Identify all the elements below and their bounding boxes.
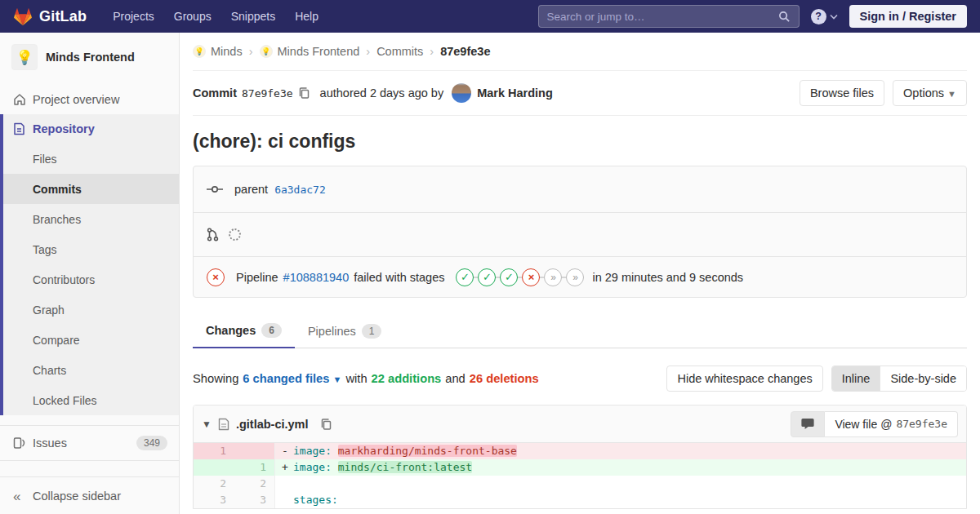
breadcrumb-separator: ›	[366, 45, 370, 58]
copy-sha-button[interactable]	[293, 86, 315, 100]
parent-label: parent	[234, 183, 268, 196]
commit-node-icon	[207, 184, 223, 195]
parent-sha-link[interactable]: 6a3dac72	[274, 184, 326, 196]
options-dropdown-button[interactable]: Options ▼	[893, 80, 967, 106]
showing-label: Showing	[193, 372, 238, 385]
tab-pipelines[interactable]: Pipelines 1	[295, 314, 395, 348]
changed-files-dropdown[interactable]: 6 changed files ▼	[243, 372, 341, 385]
sidebar-item-contributors[interactable]: Contributors	[3, 264, 179, 295]
diff-file-header: ▼ .gitlab-ci.yml	[194, 405, 966, 443]
diff-content: 1 -image: markharding/minds-front-base 1…	[194, 443, 966, 508]
commit-info-box: parent 6a3dac72 × Pipeline #108881940	[193, 166, 967, 298]
document-icon	[13, 122, 26, 135]
sidebar-item-graph[interactable]: Graph	[3, 295, 179, 325]
sidebar-project-link[interactable]: 💡 Minds Frontend	[0, 33, 179, 85]
nav-help[interactable]: Help	[287, 5, 327, 28]
sign-in-register-button[interactable]: Sign in / Register	[849, 5, 967, 28]
group-avatar: 💡	[193, 45, 206, 58]
collapse-sidebar-button[interactable]: « Collapse sidebar	[0, 476, 179, 514]
collapse-icon: «	[13, 490, 26, 503]
help-icon[interactable]: ?	[811, 9, 826, 24]
pipeline-failed-status-icon[interactable]: ×	[207, 268, 225, 286]
sidebar-item-issues[interactable]: Issues 349	[0, 425, 179, 461]
tab-changes[interactable]: Changes 6	[193, 314, 295, 348]
sidebar-item-repository[interactable]: Repository	[3, 114, 179, 144]
sidebar-item-branches[interactable]: Branches	[3, 204, 179, 234]
sidebar-item-label: Project overview	[33, 93, 119, 106]
sidebar-item-charts[interactable]: Charts	[3, 355, 179, 385]
commit-meta-bar: Commit 87e9fe3e authored 2 days ago by M…	[193, 71, 967, 116]
author-name[interactable]: Mark Harding	[477, 86, 553, 100]
gitlab-tanuki-icon	[13, 7, 33, 26]
deletions-count: 26 deletions	[470, 372, 539, 385]
diff-file-card: ▼ .gitlab-ci.yml	[193, 405, 967, 509]
collapse-diff-caret-icon[interactable]: ▼	[202, 419, 212, 430]
breadcrumb-minds-frontend[interactable]: 💡 Minds Frontend	[260, 45, 360, 58]
breadcrumb-commit-sha: 87e9fe3e	[440, 45, 490, 58]
help-dropdown[interactable]: ?	[811, 9, 838, 24]
breadcrumb-minds[interactable]: 💡 Minds	[193, 45, 243, 58]
gitlab-logo[interactable]: GitLab	[13, 7, 87, 26]
collapse-label: Collapse sidebar	[33, 490, 121, 503]
file-icon	[218, 418, 229, 431]
diff-file-name[interactable]: .gitlab-ci.yml	[236, 418, 309, 431]
inline-view-button[interactable]: Inline	[832, 366, 880, 391]
stage-skipped-icon[interactable]: »	[544, 268, 562, 286]
new-line-number[interactable]: 1	[234, 459, 275, 476]
global-search[interactable]	[538, 5, 800, 28]
commit-tabs: Changes 6 Pipelines 1	[193, 314, 967, 348]
side-by-side-view-button[interactable]: Side-by-side	[880, 366, 966, 391]
old-line-number[interactable]: 3	[194, 492, 234, 508]
stage-success-icon[interactable]: ✓	[456, 268, 474, 286]
search-icon[interactable]	[778, 11, 791, 23]
sidebar-item-commits[interactable]: Commits	[3, 174, 179, 204]
commit-title: (chore): ci configs	[193, 131, 967, 153]
sidebar-item-files[interactable]: Files	[3, 144, 179, 174]
search-input[interactable]	[547, 11, 778, 23]
commit-label: Commit	[193, 86, 237, 100]
new-line-number[interactable]	[234, 443, 275, 459]
home-icon	[13, 93, 26, 106]
old-line-number[interactable]: 1	[194, 443, 234, 459]
project-sidebar: 💡 Minds Frontend Project overview Reposi…	[0, 33, 180, 514]
new-line-number[interactable]: 2	[234, 476, 275, 492]
nav-snippets[interactable]: Snippets	[223, 5, 283, 28]
pipeline-id-link[interactable]: #108881940	[283, 271, 350, 284]
gitlab-wordmark: GitLab	[39, 8, 87, 25]
author-avatar[interactable]	[452, 83, 471, 103]
chevron-down-icon: ▼	[333, 374, 342, 384]
breadcrumb-separator: ›	[249, 45, 253, 58]
stage-success-icon[interactable]: ✓	[478, 268, 496, 286]
sidebar-item-locked-files[interactable]: Locked Files	[3, 385, 179, 415]
commit-sha: 87e9fe3e	[242, 87, 293, 100]
copy-file-path-button[interactable]	[315, 418, 337, 431]
sidebar-item-tags[interactable]: Tags	[3, 234, 179, 264]
issues-icon	[13, 436, 26, 450]
pipeline-text: Pipeline	[236, 271, 278, 284]
new-line-number[interactable]: 3	[234, 492, 275, 508]
diff-line-context: 2 2	[194, 476, 966, 492]
stage-success-icon[interactable]: ✓	[500, 268, 518, 286]
diff-summary-bar: Showing 6 changed files ▼ with 22 additi…	[193, 366, 967, 392]
pipeline-duration-text: in 29 minutes and 9 seconds	[592, 271, 743, 284]
nav-projects[interactable]: Projects	[105, 5, 163, 28]
merge-request-icon	[207, 228, 219, 241]
chevron-down-icon	[830, 14, 838, 20]
browse-files-button[interactable]: Browse files	[800, 80, 884, 106]
sidebar-item-project-overview[interactable]: Project overview	[0, 85, 179, 114]
authored-text: authored 2 days ago by	[320, 86, 444, 100]
view-file-button[interactable]: View file @ 87e9fe3e	[825, 411, 958, 437]
sidebar-item-compare[interactable]: Compare	[3, 325, 179, 355]
project-name: Minds Frontend	[46, 51, 135, 64]
old-line-number[interactable]: 2	[194, 476, 234, 492]
nav-groups[interactable]: Groups	[166, 5, 220, 28]
hide-whitespace-button[interactable]: Hide whitespace changes	[666, 366, 822, 392]
issues-count-badge: 349	[136, 436, 167, 450]
diff-line-removed: 1 -image: markharding/minds-front-base	[194, 443, 966, 459]
pipeline-mini-graph: ✓ ✓ ✓ × » »	[456, 268, 584, 286]
stage-failed-icon[interactable]: ×	[522, 268, 540, 286]
old-line-number[interactable]	[194, 459, 234, 476]
stage-skipped-icon[interactable]: »	[566, 268, 584, 286]
toggle-comments-button[interactable]	[791, 411, 825, 437]
breadcrumb-commits[interactable]: Commits	[376, 45, 423, 58]
